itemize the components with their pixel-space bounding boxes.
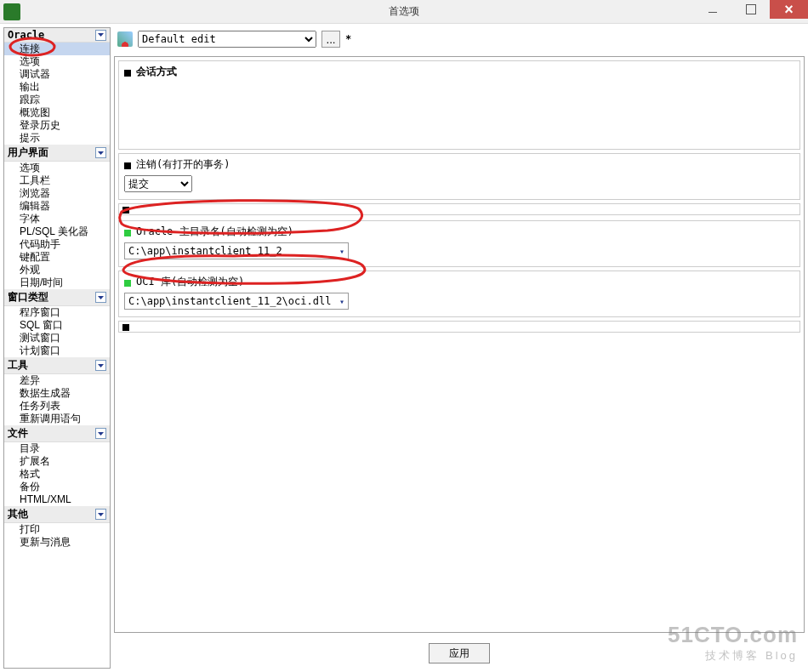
sidebar-item[interactable]: 输出 — [4, 81, 110, 94]
modified-indicator: * — [345, 33, 351, 45]
sidebar-group-label: 工具 — [8, 358, 28, 373]
oracle-home-value: C:\app\instantclient_11_2 — [128, 245, 282, 257]
sidebar-item[interactable]: 选项 — [4, 162, 110, 174]
sidebar: Oracle连接选项调试器输出跟踪概览图登录历史提示用户界面选项工具栏浏览器编辑… — [3, 27, 111, 669]
chevron-down-icon[interactable] — [95, 360, 106, 371]
sidebar-group-label: 用户界面 — [8, 145, 48, 160]
sidebar-item[interactable]: 计划窗口 — [4, 345, 110, 357]
oci-lib-input[interactable]: C:\app\instantclient_11_2\oci.dll ▾ — [124, 293, 349, 310]
sidebar-item[interactable]: SQL 窗口 — [4, 319, 110, 332]
minimize-button[interactable] — [693, 0, 731, 19]
panel-area: 会话方式 注销(有打开的事务) 提交 — [114, 56, 805, 633]
sidebar-item[interactable]: PL/SQL 美化器 — [4, 225, 110, 238]
sidebar-group-header[interactable]: 用户界面 — [4, 145, 110, 162]
watermark-line2: 技术博客 Blog — [668, 648, 798, 663]
section-oracle-home: Oracle 主目录名(自动检测为空) C:\app\instantclient… — [118, 220, 800, 267]
expander-icon[interactable] — [122, 207, 129, 214]
sidebar-item[interactable]: 数据生成器 — [4, 387, 110, 400]
commit-mode-select[interactable]: 提交 — [124, 175, 192, 192]
content-area: Default edit ... * 会话方式 注销(有打开的事务) — [114, 27, 805, 669]
section-logoff: 注销(有打开的事务) 提交 — [118, 153, 800, 200]
sidebar-item[interactable]: 更新与消息 — [4, 536, 110, 549]
sidebar-item[interactable]: 提示 — [4, 132, 110, 145]
oracle-home-input[interactable]: C:\app\instantclient_11_2 ▾ — [124, 242, 349, 259]
section-title: 注销(有打开的事务) — [136, 157, 230, 172]
sidebar-item[interactable]: 键配置 — [4, 251, 110, 264]
sidebar-group-header[interactable]: 工具 — [4, 357, 110, 374]
chevron-down-icon[interactable] — [95, 509, 106, 520]
sidebar-group-label: 其他 — [8, 507, 28, 521]
watermark: 51CTO.com 技术博客 Blog — [668, 622, 798, 663]
section-session-mode: 会话方式 — [118, 60, 800, 150]
sidebar-group-label: Oracle — [8, 29, 44, 41]
sidebar-group-header[interactable]: Oracle — [4, 28, 110, 43]
expander-icon[interactable] — [124, 162, 131, 169]
main-layout: Oracle连接选项调试器输出跟踪概览图登录历史提示用户界面选项工具栏浏览器编辑… — [0, 24, 808, 672]
sidebar-item[interactable]: 重新调用语句 — [4, 413, 110, 425]
collapsed-section[interactable] — [118, 321, 800, 333]
expander-icon[interactable] — [124, 230, 131, 236]
expander-icon[interactable] — [122, 324, 129, 331]
sidebar-item[interactable]: 编辑器 — [4, 200, 110, 213]
section-title: Oracle 主目录名(自动检测为空) — [136, 225, 293, 239]
apply-button[interactable]: 应用 — [429, 643, 490, 663]
sidebar-item[interactable]: 连接 — [4, 43, 110, 55]
sidebar-item[interactable]: 差异 — [4, 374, 110, 387]
watermark-line1: 51CTO.com — [668, 622, 798, 648]
sidebar-item[interactable]: 程序窗口 — [4, 306, 110, 319]
titlebar: 首选项 × — [0, 0, 808, 24]
sidebar-group-label: 文件 — [8, 426, 28, 441]
sidebar-group-header[interactable]: 窗口类型 — [4, 289, 110, 306]
window-controls: × — [693, 0, 808, 19]
sidebar-item[interactable]: 目录 — [4, 442, 110, 455]
sidebar-item[interactable]: 外观 — [4, 264, 110, 276]
sidebar-item[interactable]: HTML/XML — [4, 493, 110, 506]
sidebar-item[interactable]: 打印 — [4, 523, 110, 536]
sidebar-item[interactable]: 调试器 — [4, 68, 110, 81]
ellipsis-button[interactable]: ... — [321, 31, 340, 48]
profile-icon — [117, 31, 133, 47]
profile-select[interactable]: Default edit — [138, 31, 316, 48]
section-title: 会话方式 — [136, 65, 177, 79]
close-button[interactable]: × — [770, 0, 808, 19]
chevron-down-icon[interactable] — [95, 292, 106, 303]
sidebar-group-label: 窗口类型 — [8, 290, 48, 305]
app-icon — [3, 3, 20, 20]
chevron-down-icon[interactable] — [95, 428, 106, 439]
oci-lib-value: C:\app\instantclient_11_2\oci.dll — [128, 295, 331, 307]
sidebar-item[interactable]: 备份 — [4, 481, 110, 493]
sidebar-item[interactable]: 概览图 — [4, 106, 110, 119]
sidebar-item[interactable]: 工具栏 — [4, 174, 110, 187]
sidebar-item[interactable]: 字体 — [4, 213, 110, 225]
sidebar-group-header[interactable]: 文件 — [4, 425, 110, 442]
collapsed-section[interactable] — [118, 203, 800, 215]
sidebar-item[interactable]: 登录历史 — [4, 119, 110, 132]
chevron-down-icon[interactable] — [95, 30, 106, 41]
sidebar-item[interactable]: 选项 — [4, 55, 110, 68]
section-oci-lib: OCI 库(自动检测为空) C:\app\instantclient_11_2\… — [118, 271, 800, 317]
sidebar-item[interactable]: 任务列表 — [4, 400, 110, 413]
maximize-button[interactable] — [731, 0, 770, 19]
toolbar: Default edit ... * — [114, 27, 805, 51]
sidebar-item[interactable]: 格式 — [4, 468, 110, 481]
chevron-down-icon[interactable]: ▾ — [339, 247, 344, 256]
chevron-down-icon[interactable] — [95, 147, 106, 158]
sidebar-item[interactable]: 代码助手 — [4, 238, 110, 251]
window-title: 首选项 — [389, 4, 419, 19]
sidebar-item[interactable]: 测试窗口 — [4, 332, 110, 345]
section-title: OCI 库(自动检测为空) — [136, 275, 244, 289]
sidebar-item[interactable]: 浏览器 — [4, 187, 110, 200]
chevron-down-icon[interactable]: ▾ — [339, 297, 344, 306]
expander-icon[interactable] — [124, 280, 131, 287]
sidebar-item[interactable]: 扩展名 — [4, 455, 110, 468]
sidebar-group-header[interactable]: 其他 — [4, 506, 110, 523]
sidebar-item[interactable]: 跟踪 — [4, 94, 110, 106]
sidebar-item[interactable]: 日期/时间 — [4, 276, 110, 289]
expander-icon[interactable] — [124, 70, 131, 77]
